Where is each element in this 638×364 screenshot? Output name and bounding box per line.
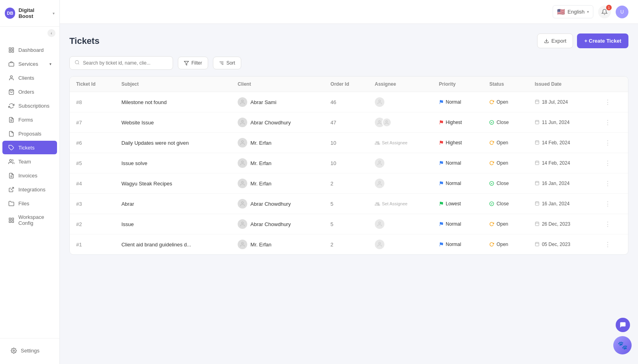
table-row[interactable]: #2 Issue Abrar Chowdhury 5 Normal bbox=[70, 214, 628, 234]
date-value: 11 Jun, 2024 bbox=[542, 120, 569, 125]
row-menu-button[interactable]: ⋮ bbox=[603, 201, 612, 207]
table-row[interactable]: #3 Abrar Abrar Chowdhury 5 Set Assignee … bbox=[70, 194, 628, 214]
table-row[interactable]: #7 Website Issue Abrar Chowdhury 47 High… bbox=[70, 112, 628, 133]
cell-ticket-id: #4 bbox=[70, 173, 115, 194]
row-menu-button[interactable]: ⋮ bbox=[603, 99, 612, 106]
svg-rect-51 bbox=[535, 161, 539, 165]
client-name: Abrar Chowdhury bbox=[250, 221, 291, 227]
table-row[interactable]: #8 Milestone not found Abrar Sami 46 Nor… bbox=[70, 92, 628, 112]
row-menu-button[interactable]: ⋮ bbox=[603, 119, 612, 126]
table-row[interactable]: #5 Issue solve Mr. Erfan 10 Normal bbox=[70, 153, 628, 173]
filter-button[interactable]: Filter bbox=[178, 57, 208, 69]
flag-icon: 🇺🇸 bbox=[557, 8, 565, 16]
svg-point-18 bbox=[13, 350, 14, 351]
user-avatar[interactable]: U bbox=[616, 6, 628, 18]
sidebar-item-tickets[interactable]: Tickets bbox=[2, 141, 57, 154]
cell-row-menu[interactable]: ⋮ bbox=[597, 92, 628, 112]
sidebar-item-label-tickets: Tickets bbox=[18, 145, 35, 151]
cell-row-menu[interactable]: ⋮ bbox=[597, 214, 628, 234]
cell-row-menu[interactable]: ⋮ bbox=[597, 133, 628, 153]
page-header: Tickets Export + Create Ticket bbox=[69, 33, 628, 48]
cell-client: Mr. Erfan bbox=[231, 133, 324, 153]
svg-point-26 bbox=[242, 100, 244, 102]
cell-row-menu[interactable]: ⋮ bbox=[597, 153, 628, 173]
priority-label: Normal bbox=[446, 160, 461, 166]
status-label: Close bbox=[496, 120, 509, 125]
sidebar-item-files[interactable]: Files bbox=[2, 197, 57, 210]
client-name: Abrar Chowdhury bbox=[250, 120, 291, 126]
status-label: Close bbox=[496, 181, 509, 186]
settings-icon bbox=[10, 347, 17, 354]
notifications-button[interactable]: 1 bbox=[598, 6, 611, 18]
sidebar-item-proposals[interactable]: Proposals bbox=[2, 127, 57, 140]
sort-button[interactable]: Sort bbox=[213, 57, 241, 69]
sidebar-item-integrations[interactable]: Integrations bbox=[2, 183, 57, 196]
set-assignee[interactable]: Set Assignee bbox=[375, 140, 426, 146]
table-row[interactable]: #6 Daily Updates were not given Mr. Erfa… bbox=[70, 133, 628, 153]
priority-label: Highest bbox=[446, 140, 462, 146]
search-input[interactable] bbox=[83, 60, 168, 66]
cell-client: Abrar Chowdhury bbox=[231, 112, 324, 133]
row-menu-button[interactable]: ⋮ bbox=[603, 221, 612, 228]
sidebar-collapse-button[interactable]: ‹ bbox=[47, 29, 55, 37]
sidebar-item-dashboard[interactable]: Dashboard bbox=[2, 43, 57, 57]
ai-widget-button[interactable]: 🐾 bbox=[613, 336, 632, 354]
sidebar-item-forms[interactable]: Forms bbox=[2, 113, 57, 126]
export-button[interactable]: Export bbox=[537, 33, 573, 48]
cell-row-menu[interactable]: ⋮ bbox=[597, 173, 628, 194]
cell-row-menu[interactable]: ⋮ bbox=[597, 112, 628, 133]
sidebar-item-team[interactable]: Team bbox=[2, 155, 57, 168]
cell-subject: Milestone not found bbox=[115, 92, 231, 112]
refresh-icon bbox=[8, 102, 14, 109]
cell-status: Open bbox=[483, 214, 528, 234]
sidebar-item-invoices[interactable]: Invoices bbox=[2, 169, 57, 182]
cell-order-id: 5 bbox=[324, 194, 368, 214]
cell-row-menu[interactable]: ⋮ bbox=[597, 234, 628, 255]
svg-marker-22 bbox=[184, 61, 189, 65]
sidebar-item-workspace-config[interactable]: Workspace Config bbox=[2, 211, 57, 230]
cell-priority: Highest bbox=[433, 112, 483, 133]
client-name: Mr. Erfan bbox=[250, 160, 272, 166]
sidebar-item-services[interactable]: Services ▾ bbox=[2, 57, 57, 71]
search-box[interactable] bbox=[69, 56, 173, 70]
client-avatar bbox=[238, 199, 247, 209]
sidebar-item-clients[interactable]: Clients bbox=[2, 71, 57, 85]
row-menu-button[interactable]: ⋮ bbox=[603, 160, 612, 167]
cell-row-menu[interactable]: ⋮ bbox=[597, 194, 628, 214]
set-assignee[interactable]: Set Assignee bbox=[375, 201, 426, 207]
assignee-avatar-2 bbox=[382, 118, 392, 127]
sidebar-item-subscriptions[interactable]: Subscriptions bbox=[2, 99, 57, 112]
cell-assignee: Set Assignee bbox=[368, 194, 433, 214]
svg-point-55 bbox=[242, 181, 244, 183]
tag-icon bbox=[8, 144, 14, 151]
sidebar-item-orders[interactable]: Orders bbox=[2, 85, 57, 98]
col-ticket-id: Ticket Id bbox=[70, 77, 115, 92]
row-menu-button[interactable]: ⋮ bbox=[603, 140, 612, 146]
cell-order-id: 2 bbox=[324, 234, 368, 255]
sidebar-item-label-integrations: Integrations bbox=[18, 187, 45, 193]
client-avatar bbox=[238, 138, 247, 148]
svg-rect-16 bbox=[9, 220, 10, 222]
table-row[interactable]: #4 Wagyu Steak Recipes Mr. Erfan 2 Norma… bbox=[70, 173, 628, 194]
table-row[interactable]: #1 Client aid brand guidelines d... Mr. … bbox=[70, 234, 628, 255]
create-ticket-button[interactable]: + Create Ticket bbox=[577, 33, 628, 48]
cell-assignee bbox=[368, 153, 433, 173]
svg-line-21 bbox=[78, 63, 79, 64]
client-name: Mr. Erfan bbox=[250, 242, 272, 248]
sidebar-item-settings[interactable]: Settings bbox=[5, 344, 55, 357]
row-menu-button[interactable]: ⋮ bbox=[603, 241, 612, 248]
cell-status: Close bbox=[483, 194, 528, 214]
row-menu-button[interactable]: ⋮ bbox=[603, 180, 612, 187]
svg-point-49 bbox=[378, 161, 380, 163]
cell-date: 16 Jan, 2024 bbox=[528, 194, 597, 214]
chat-widget-button[interactable] bbox=[616, 318, 630, 332]
header-actions: Export + Create Ticket bbox=[537, 33, 628, 48]
status-label: Close bbox=[496, 201, 509, 207]
language-selector[interactable]: 🇺🇸 English ▾ bbox=[553, 5, 593, 18]
cell-assignee bbox=[368, 234, 433, 255]
sidebar-footer: Settings bbox=[0, 338, 59, 364]
calendar-icon bbox=[535, 201, 540, 207]
svg-point-27 bbox=[378, 100, 380, 102]
cell-date: 05 Dec, 2023 bbox=[528, 234, 597, 255]
status-label: Open bbox=[496, 99, 508, 105]
